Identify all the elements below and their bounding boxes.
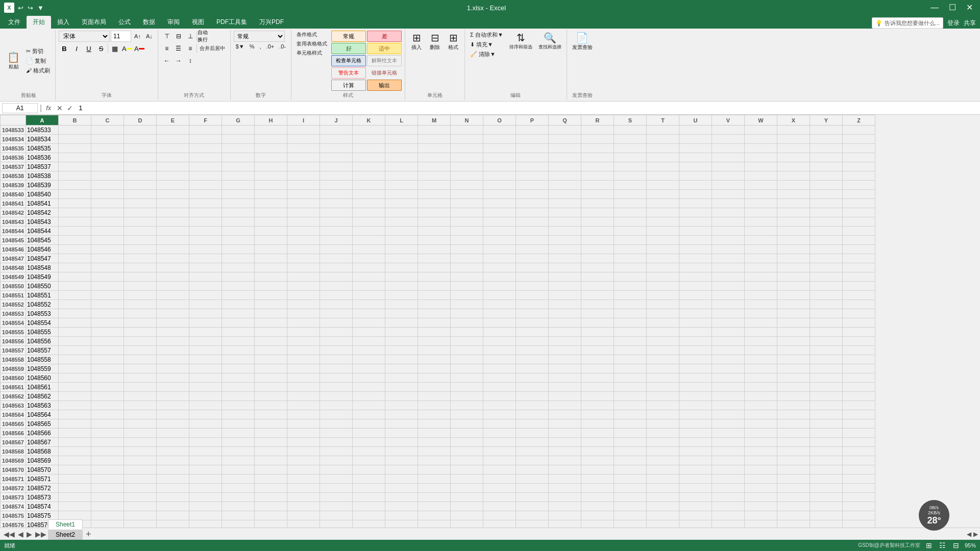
cell[interactable] (353, 144, 385, 153)
cell[interactable] (353, 199, 385, 208)
tab-file[interactable]: 文件 (2, 16, 27, 29)
cell[interactable] (549, 465, 581, 474)
cell[interactable] (745, 474, 777, 484)
cell[interactable] (581, 410, 614, 419)
col-header-N[interactable]: N (451, 115, 483, 126)
cell[interactable] (581, 162, 614, 171)
cell[interactable] (647, 328, 679, 337)
cell[interactable] (843, 429, 875, 438)
cell[interactable] (745, 364, 777, 373)
cell[interactable] (189, 263, 222, 272)
cell[interactable] (712, 355, 745, 364)
cell[interactable] (255, 291, 287, 300)
cell[interactable] (353, 245, 385, 254)
tab-home[interactable]: 开始 (27, 16, 51, 29)
cell[interactable] (157, 162, 189, 171)
cell[interactable] (255, 373, 287, 383)
cell[interactable] (91, 245, 124, 254)
cell[interactable] (91, 429, 124, 438)
cell[interactable] (418, 171, 451, 181)
cell[interactable] (124, 447, 157, 456)
cell-a[interactable]: 1048535 (26, 144, 59, 153)
scroll-right-button[interactable]: ▶ (973, 531, 978, 538)
cell[interactable] (581, 309, 614, 318)
cell[interactable] (679, 383, 712, 392)
sheet-tab-sheet1[interactable]: Sheet1 (48, 519, 83, 530)
cell[interactable] (745, 520, 777, 528)
cell[interactable] (483, 438, 516, 447)
cell[interactable] (222, 502, 255, 511)
cell[interactable] (516, 447, 549, 456)
cell[interactable] (385, 401, 418, 410)
cell[interactable] (581, 300, 614, 309)
cell[interactable] (777, 465, 810, 474)
cell[interactable] (353, 474, 385, 484)
cell[interactable] (843, 171, 875, 181)
cell[interactable] (222, 373, 255, 383)
cell[interactable] (451, 484, 483, 493)
cell[interactable] (777, 484, 810, 493)
cell[interactable] (385, 254, 418, 263)
cell[interactable] (549, 383, 581, 392)
cell[interactable] (451, 263, 483, 272)
cell[interactable] (745, 447, 777, 456)
cell[interactable] (647, 401, 679, 410)
cell[interactable] (614, 484, 647, 493)
cell[interactable] (483, 383, 516, 392)
cell[interactable] (320, 502, 353, 511)
cell[interactable] (418, 199, 451, 208)
cell[interactable] (745, 291, 777, 300)
cell[interactable] (91, 502, 124, 511)
cell[interactable] (745, 171, 777, 181)
cell[interactable] (810, 245, 843, 254)
cell[interactable] (287, 171, 320, 181)
cell[interactable] (810, 291, 843, 300)
cell[interactable] (451, 291, 483, 300)
cell[interactable] (777, 392, 810, 401)
cell[interactable] (810, 144, 843, 153)
cell[interactable] (255, 282, 287, 291)
cell-a[interactable]: 1048567 (26, 438, 59, 447)
cell[interactable] (320, 383, 353, 392)
row-header[interactable]: 1048567 (1, 438, 26, 447)
cell[interactable] (549, 456, 581, 465)
cell[interactable] (810, 383, 843, 392)
cell-styles-button[interactable]: 单元格样式 (295, 49, 329, 57)
cell[interactable] (516, 181, 549, 190)
cell[interactable] (59, 126, 91, 135)
cell[interactable] (549, 337, 581, 346)
row-header[interactable]: 1048551 (1, 291, 26, 300)
cell[interactable] (451, 245, 483, 254)
cell[interactable] (516, 456, 549, 465)
cell[interactable] (712, 171, 745, 181)
cell[interactable] (581, 373, 614, 383)
cell[interactable] (255, 309, 287, 318)
cell[interactable] (91, 135, 124, 144)
cell[interactable] (255, 227, 287, 236)
cell[interactable] (287, 291, 320, 300)
cell[interactable] (124, 245, 157, 254)
cell[interactable] (647, 438, 679, 447)
cell[interactable] (810, 300, 843, 309)
cell[interactable] (222, 383, 255, 392)
cell[interactable] (320, 373, 353, 383)
col-header-G[interactable]: G (222, 115, 255, 126)
cell[interactable] (549, 511, 581, 520)
cell[interactable] (418, 337, 451, 346)
cell[interactable] (777, 236, 810, 245)
cell[interactable] (287, 364, 320, 373)
row-header[interactable]: 1048534 (1, 135, 26, 144)
cell[interactable] (777, 383, 810, 392)
cell[interactable] (810, 162, 843, 171)
cell[interactable] (287, 272, 320, 282)
cell[interactable] (647, 254, 679, 263)
cell[interactable] (255, 401, 287, 410)
cell-a[interactable]: 1048540 (26, 190, 59, 199)
cell[interactable] (255, 171, 287, 181)
cell-a[interactable]: 1048549 (26, 272, 59, 282)
row-header[interactable]: 1048547 (1, 254, 26, 263)
cell[interactable] (59, 282, 91, 291)
cell[interactable] (222, 135, 255, 144)
style-normal[interactable]: 常规 (331, 31, 366, 42)
cell[interactable] (287, 493, 320, 502)
